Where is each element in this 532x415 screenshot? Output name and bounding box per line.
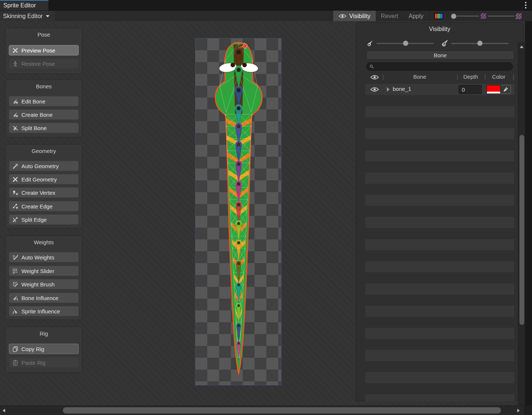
weight-slider-button[interactable]: Weight Slider <box>9 266 79 276</box>
edit-geometry-button[interactable]: Edit Geometry <box>9 174 79 184</box>
edit-bone-button[interactable]: Edit Bone <box>9 96 79 106</box>
bone-list <box>365 84 514 401</box>
tab-sprite-editor-label: Sprite Editor <box>3 2 36 9</box>
auto-weights-button[interactable]: Auto Weights <box>9 252 79 262</box>
pose-section: Pose Preview Pose Restore Pose <box>5 28 82 74</box>
sprite-influence-icon <box>12 308 18 314</box>
column-bone: Bone <box>383 74 457 80</box>
bone-influence-button[interactable]: Bone Influence <box>9 293 79 303</box>
copy-icon <box>12 346 18 352</box>
snake-sprite <box>195 38 282 386</box>
auto-geometry-button[interactable]: Auto Geometry <box>9 161 79 171</box>
toolbar: Skinning Editor Visibility Revert Apply <box>0 10 532 21</box>
horizontal-scrollbar[interactable] <box>0 405 524 415</box>
create-edge-icon <box>12 203 18 210</box>
depth-field[interactable]: 0 <box>458 85 482 94</box>
bone-color-control <box>487 85 512 94</box>
weight-brush-icon <box>12 281 18 288</box>
weights-section: Weights Auto Weights Weight Slider Weigh… <box>5 235 82 320</box>
apply-button[interactable]: Apply <box>403 11 429 21</box>
chevron-down-icon <box>46 15 50 17</box>
create-bone-button[interactable]: Create Bone <box>9 109 79 120</box>
bone-name-label: bone_1 <box>393 86 411 92</box>
split-bone-icon <box>12 125 18 131</box>
scrollbar-corner <box>524 405 532 415</box>
paste-icon <box>12 360 18 366</box>
sprite-opacity-track[interactable] <box>456 16 479 17</box>
auto-weights-icon <box>12 254 18 261</box>
split-edge-icon <box>12 217 18 223</box>
eye-icon <box>338 13 347 19</box>
weight-brush-button[interactable]: Weight Brush <box>9 279 79 289</box>
color-channels-button[interactable] <box>430 11 447 21</box>
edit-geometry-icon <box>12 176 18 183</box>
bone-row[interactable]: bone_1 0 <box>365 84 514 95</box>
copy-rig-button[interactable]: Copy Rig <box>9 344 79 354</box>
edit-bone-icon <box>12 98 18 105</box>
bone-influence-icon <box>12 295 18 301</box>
sprite-opacity-slider <box>449 11 524 21</box>
column-color: Color <box>485 74 513 80</box>
eyedropper-icon <box>503 87 508 92</box>
bones-section-title: Bones <box>6 80 82 89</box>
vertical-scrollbar[interactable] <box>518 42 525 415</box>
scroll-up-arrow[interactable] <box>518 43 525 50</box>
column-divider: | <box>513 74 514 80</box>
toolbar-separator <box>429 11 430 21</box>
visibility-panel-title: Visibility <box>356 23 523 33</box>
split-edge-button[interactable]: Split Edge <box>9 214 79 225</box>
revert-button[interactable]: Revert <box>376 11 403 21</box>
rig-section: Rig Copy Rig Paste Rig <box>5 327 82 373</box>
scroll-left-arrow[interactable] <box>0 407 7 414</box>
visibility-toggle-button[interactable]: Visibility <box>333 11 376 21</box>
split-bone-button[interactable]: Split Bone <box>9 123 79 133</box>
tab-bone[interactable]: Bone <box>366 51 514 59</box>
row-visibility-eye-icon[interactable] <box>370 86 379 92</box>
preview-pose-button[interactable]: Preview Pose <box>9 45 79 55</box>
mesh-opacity-knob[interactable] <box>477 41 482 46</box>
create-vertex-icon <box>12 190 18 196</box>
visibility-panel: Visibility Bone | Bone | Depth | Color | <box>356 22 524 401</box>
skinning-editor-window: Sprite Editor Skinning Editor Visibility… <box>0 0 532 415</box>
bone-color-swatch[interactable] <box>487 85 501 94</box>
main-area: Pose Preview Pose Restore Pose Bones Edi… <box>0 21 525 405</box>
search-icon <box>369 64 374 69</box>
toolbar-separator <box>448 11 448 21</box>
bones-section: Bones Edit Bone Create Bone Split Bone <box>5 79 82 137</box>
geometry-section-title: Geometry <box>6 144 82 154</box>
create-edge-button[interactable]: Create Edge <box>9 201 79 211</box>
paste-rig-button[interactable]: Paste Rig <box>9 357 79 368</box>
restore-pose-button[interactable]: Restore Pose <box>9 58 79 69</box>
weights-section-title: Weights <box>6 236 82 245</box>
sprite-checker-icon <box>481 13 486 19</box>
create-bone-icon <box>12 112 18 118</box>
sprite-opacity-knob[interactable] <box>451 14 456 19</box>
sprite-canvas[interactable] <box>195 38 282 385</box>
revert-label: Revert <box>381 13 398 20</box>
expand-arrow-icon[interactable] <box>387 87 390 92</box>
mesh-opacity-track[interactable] <box>488 16 514 17</box>
header-eye-icon <box>370 74 379 80</box>
search-input[interactable] <box>376 64 509 69</box>
bone-opacity-icon <box>366 39 374 47</box>
geometry-section: Geometry Auto Geometry Edit Geometry Cre… <box>5 144 82 228</box>
kebab-menu-icon[interactable] <box>523 1 528 9</box>
vertical-scroll-thumb[interactable] <box>519 135 524 325</box>
rig-section-title: Rig <box>6 327 82 337</box>
horizontal-scroll-thumb[interactable] <box>63 407 501 414</box>
sprite-influence-button[interactable]: Sprite Influence <box>9 306 79 316</box>
tab-sprite-editor[interactable]: Sprite Editor <box>0 0 48 10</box>
editor-mode-dropdown[interactable]: Skinning Editor <box>0 11 55 21</box>
preview-pose-icon <box>12 47 18 54</box>
title-bar: Sprite Editor <box>0 0 532 10</box>
scroll-right-arrow[interactable] <box>515 407 522 414</box>
column-depth: Depth <box>457 74 484 80</box>
visibility-label: Visibility <box>349 13 371 20</box>
editor-mode-label: Skinning Editor <box>3 13 43 20</box>
bone-search-field[interactable] <box>366 62 513 71</box>
eyedropper-button[interactable] <box>501 85 511 94</box>
restore-pose-icon <box>12 61 18 67</box>
create-vertex-button[interactable]: Create Vertex <box>9 187 79 198</box>
bone-opacity-knob[interactable] <box>403 41 408 46</box>
mesh-opacity-icon <box>440 39 449 47</box>
